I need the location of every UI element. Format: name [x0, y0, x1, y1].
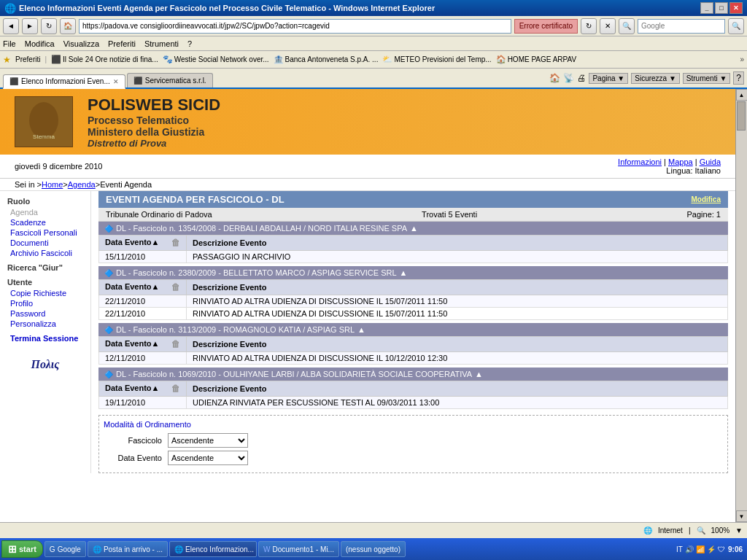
sidebar-utente-section: Utente Copie Richieste Profilo Password …	[7, 278, 83, 328]
scroll-track[interactable]	[736, 101, 747, 510]
tab-close-elenco[interactable]: ✕	[113, 78, 119, 85]
tab-page-btn[interactable]: Pagina ▼	[589, 73, 628, 84]
favorites-label[interactable]: Preferiti	[15, 55, 40, 63]
stop-button[interactable]: ✕	[600, 18, 616, 34]
event-group-3-header: 🔷 DL - Fascicolo n. 3113/2009 - ROMAGNOL…	[98, 323, 728, 336]
status-bar: 🌐 Internet | 🔍 100% ▼	[0, 522, 747, 538]
reload-button[interactable]: ↻	[41, 18, 57, 34]
tab-rss-icon[interactable]: 📡	[563, 73, 574, 83]
start-button[interactable]: ⊞ start	[1, 540, 43, 558]
home-button[interactable]: 🏠	[60, 18, 76, 34]
taskbar-item-nessuno[interactable]: (nessun oggetto)	[341, 541, 406, 557]
sidebar-item-scadenze[interactable]: Scadenze	[10, 218, 83, 227]
sidebar-ricerca-heading: Ricerca "Giur"	[7, 263, 83, 272]
trash-icon-3[interactable]: 🗑	[171, 339, 180, 349]
link-informazioni[interactable]: Informazioni	[618, 158, 662, 166]
tab-tools-btn[interactable]: Strumenti ▼	[683, 73, 730, 84]
fascicolo-label: Fascicolo	[104, 436, 162, 445]
sidebar-item-documenti[interactable]: Documenti	[10, 238, 83, 247]
sidebar-item-copie[interactable]: Copie Richieste	[10, 289, 83, 298]
header-logo: Stemma	[15, 96, 73, 147]
zoom-down-icon[interactable]: ▼	[735, 526, 743, 534]
back-button[interactable]: ◄	[3, 18, 19, 34]
tab-home-icon[interactable]: 🏠	[549, 73, 560, 83]
address-bar: ◄ ► ↻ 🏠 Errore certificato ↻ ✕ 🔍 🔍	[0, 16, 747, 36]
tab-print-icon[interactable]: 🖨	[577, 73, 586, 83]
search-go-button[interactable]: 🔍	[728, 18, 744, 34]
info-left: giovedì 9 dicembre 2010	[15, 162, 102, 171]
scroll-up-button[interactable]: ▲	[736, 89, 748, 101]
vertical-scrollbar[interactable]: ▲ ▼	[735, 89, 747, 522]
fascicolo-select[interactable]: Ascendente Discendente	[168, 433, 248, 448]
search-button[interactable]: 🔍	[619, 18, 635, 34]
tab-servicematica[interactable]: ⬛ Servicematica s.r.l.	[127, 73, 213, 88]
fav-item-2[interactable]: 🐾 Westie Social Network over...	[163, 55, 269, 64]
tab-security-btn[interactable]: Sicurezza ▼	[631, 73, 680, 84]
polis-logo: Πολις	[16, 350, 74, 379]
cert-error-badge[interactable]: Errore certificato	[514, 19, 578, 34]
refresh-button[interactable]: ↻	[581, 18, 597, 34]
scroll-down-button[interactable]: ▼	[736, 510, 748, 522]
taskbar-item-google[interactable]: G Google	[44, 541, 86, 557]
windows-logo-icon: ⊞	[8, 543, 17, 555]
status-right: 🌐 Internet | 🔍 100% ▼	[643, 526, 743, 534]
fav-label-1: Il Sole 24 Ore notizie di fina...	[63, 55, 158, 63]
sidebar-item-termina[interactable]: Termina Sessione	[10, 334, 83, 343]
menu-file[interactable]: File	[3, 39, 16, 48]
trash-icon-2[interactable]: 🗑	[171, 282, 180, 292]
taskbar-item-ie2[interactable]: 🌐 Posta in arrivo - ...	[88, 541, 168, 557]
sidebar-item-password[interactable]: Password	[10, 309, 83, 318]
taskbar-item-word[interactable]: W Documento1 - Mi...	[258, 541, 339, 557]
fav-item-4[interactable]: ⛅ METEO Previsioni del Temp...	[382, 55, 491, 64]
sidebar-item-agenda: Agenda	[10, 208, 83, 217]
sidebar-item-personalizza[interactable]: Personalizza	[10, 319, 83, 328]
event-row-2-2: 22/11/2010 RINVIATO AD ALTRA UDIENZA DI …	[99, 308, 728, 320]
fav-item-1[interactable]: ⬛ Il Sole 24 Ore notizie di fina...	[51, 55, 158, 64]
pagine-label: Pagine: 1	[687, 210, 721, 219]
fav-item-5[interactable]: 🏠 HOME PAGE ARPAV	[496, 55, 576, 64]
trash-icon-4[interactable]: 🗑	[171, 384, 180, 394]
event-group-3: 🔷 DL - Fascicolo n. 3113/2009 - ROMAGNOL…	[98, 323, 728, 365]
scroll-thumb[interactable]	[737, 101, 746, 131]
info-right: Informazioni | Mappa | Guida Lingua: Ita…	[618, 158, 721, 175]
taskbar-word-label: Documento1 - Mi...	[272, 545, 333, 553]
th-date-2: Data Evento▲ 🗑	[99, 280, 187, 295]
link-mappa[interactable]: Mappa	[668, 158, 693, 166]
menu-help[interactable]: ?	[187, 39, 192, 48]
data-evento-select[interactable]: Ascendente Discendente	[168, 451, 248, 465]
data-evento-label: Data Evento	[104, 454, 162, 462]
tab-elenco[interactable]: ⬛ Elenco Informazioni Even... ✕	[3, 74, 125, 89]
taskbar-elenco-icon: 🌐	[174, 545, 183, 553]
menu-strumenti[interactable]: Strumenti	[144, 39, 179, 48]
sidebar-item-fascicoli[interactable]: Fascicoli Personali	[10, 228, 83, 237]
more-favorites-icon[interactable]: »	[740, 55, 744, 63]
search-input[interactable]	[638, 19, 725, 34]
breadcrumb-text: Sei in >	[15, 180, 42, 189]
tab-help-icon[interactable]: ?	[733, 71, 744, 85]
breadcrumb-current: Eventi Agenda	[100, 180, 152, 189]
menu-visualizza[interactable]: Visualizza	[63, 39, 99, 48]
date-label: giovedì 9 dicembre 2010	[15, 162, 102, 171]
event-table-2: Data Evento▲ 🗑 Descrizione Evento 22/11/…	[98, 279, 728, 320]
sidebar-item-archivio[interactable]: Archivio Fascicoli	[10, 249, 83, 257]
event-desc-1-1: PASSAGGIO IN ARCHIVIO	[187, 251, 728, 263]
sidebar-item-profilo[interactable]: Profilo	[10, 299, 83, 308]
fav-item-3[interactable]: 🏦 Banca Antonveneta S.p.A. ...	[274, 55, 379, 64]
address-input[interactable]	[79, 19, 511, 34]
minimize-button[interactable]: _	[700, 2, 713, 14]
maximize-button[interactable]: □	[715, 2, 728, 14]
breadcrumb-agenda[interactable]: Agenda	[68, 180, 96, 189]
close-button[interactable]: ✕	[729, 2, 743, 14]
breadcrumb-home[interactable]: Home	[42, 180, 63, 189]
sidebar-utente-heading: Utente	[7, 278, 83, 287]
taskbar-elenco-label: Elenco Informazion...	[185, 545, 254, 553]
menu-bar: File Modifica Visualizza Preferiti Strum…	[0, 36, 747, 51]
link-guida[interactable]: Guida	[700, 158, 721, 166]
taskbar-item-elenco[interactable]: 🌐 Elenco Informazion...	[169, 541, 257, 557]
tab-label-elenco: Elenco Informazioni Even...	[21, 77, 110, 85]
menu-preferiti[interactable]: Preferiti	[108, 39, 136, 48]
forward-button[interactable]: ►	[22, 18, 38, 34]
modifica-link[interactable]: Modifica	[691, 195, 721, 203]
menu-modifica[interactable]: Modifica	[25, 39, 55, 48]
trash-icon-1[interactable]: 🗑	[171, 238, 180, 248]
